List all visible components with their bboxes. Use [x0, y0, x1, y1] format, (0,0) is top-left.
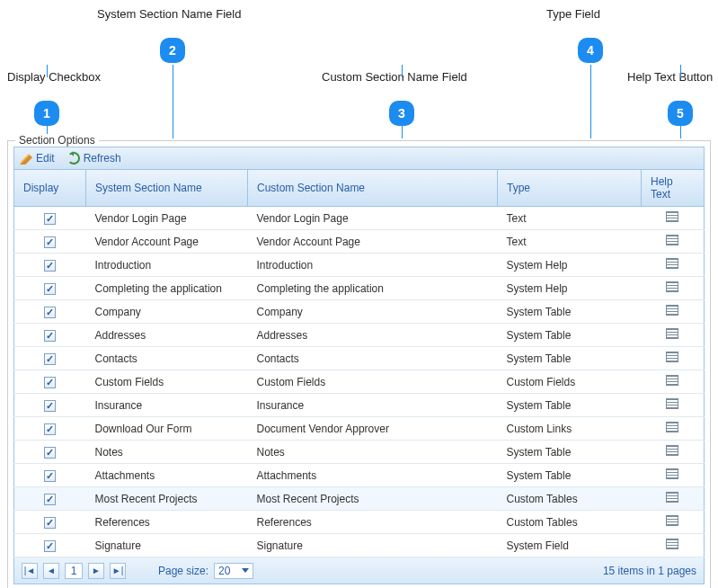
display-checkbox[interactable] — [44, 447, 56, 459]
display-checkbox[interactable] — [44, 307, 56, 318]
pager-next-button[interactable]: ► — [88, 563, 104, 579]
display-checkbox[interactable] — [44, 236, 56, 248]
custom-section-name: Insurance — [248, 394, 498, 417]
type-cell: Text — [498, 230, 642, 254]
help-text-button[interactable] — [666, 398, 678, 409]
help-text-button[interactable] — [666, 235, 678, 245]
table-row[interactable]: Custom FieldsCustom FieldsCustom Fields — [14, 370, 705, 394]
system-section-name: Introduction — [86, 254, 248, 277]
display-checkbox[interactable] — [44, 517, 56, 529]
table-row[interactable]: SignatureSignatureSystem Field — [14, 534, 705, 557]
section-options-fieldset: Section Options Edit Refresh Display Sys… — [7, 140, 711, 588]
edit-button[interactable]: Edit — [20, 152, 55, 165]
pager-first-button[interactable]: |◄ — [22, 563, 38, 579]
display-checkbox[interactable] — [44, 470, 56, 482]
callout-badge-2: 2 — [160, 38, 185, 63]
help-text-button[interactable] — [666, 211, 678, 222]
display-checkbox[interactable] — [44, 260, 56, 272]
col-header-type[interactable]: Type — [498, 170, 642, 207]
table-row[interactable]: Download Our FormDocument Vendor Approve… — [14, 417, 705, 441]
callout-badge-3: 3 — [389, 101, 414, 126]
help-text-button[interactable] — [666, 305, 678, 316]
display-checkbox[interactable] — [44, 330, 56, 342]
custom-section-name: Most Recent Projects — [248, 487, 498, 511]
page-size-select[interactable]: 20 — [214, 563, 253, 579]
type-cell: System Table — [498, 394, 642, 417]
refresh-icon — [67, 152, 80, 165]
custom-section-name: Vendor Account Page — [248, 230, 498, 254]
type-cell: System Table — [498, 464, 642, 487]
fieldset-legend: Section Options — [15, 134, 99, 147]
type-cell: System Table — [498, 347, 642, 370]
pager-prev-button[interactable]: ◄ — [43, 563, 59, 579]
type-cell: Custom Links — [498, 417, 642, 441]
custom-section-name: References — [248, 511, 498, 534]
custom-section-name: Document Vendor Approver — [248, 417, 498, 441]
custom-section-name: Addresses — [248, 324, 498, 347]
refresh-button[interactable]: Refresh — [67, 152, 121, 165]
type-cell: Custom Fields — [498, 370, 642, 394]
page-size-value: 20 — [218, 565, 230, 577]
display-checkbox[interactable] — [44, 400, 56, 412]
display-checkbox[interactable] — [44, 494, 56, 505]
type-cell: System Table — [498, 324, 642, 347]
help-text-button[interactable] — [666, 539, 678, 549]
type-cell: Text — [498, 207, 642, 230]
type-cell: System Table — [498, 300, 642, 324]
custom-section-name: Completing the application — [248, 277, 498, 300]
display-checkbox[interactable] — [44, 353, 56, 365]
custom-section-name: Signature — [248, 534, 498, 557]
display-checkbox[interactable] — [44, 283, 56, 295]
help-text-button[interactable] — [666, 468, 678, 479]
callout-label-4: Type Field — [546, 7, 600, 21]
table-row[interactable]: IntroductionIntroductionSystem Help — [14, 254, 705, 277]
callout-label-2: System Section Name Field — [97, 7, 241, 21]
table-row[interactable]: ContactsContactsSystem Table — [14, 347, 705, 370]
col-header-custom[interactable]: Custom Section Name — [248, 170, 498, 207]
help-text-button[interactable] — [666, 375, 678, 386]
system-section-name: Addresses — [86, 324, 248, 347]
table-row[interactable]: NotesNotesSystem Table — [14, 441, 705, 464]
section-options-grid: Display System Section Name Custom Secti… — [13, 170, 705, 557]
type-cell: System Help — [498, 254, 642, 277]
system-section-name: Contacts — [86, 347, 248, 370]
table-row[interactable]: Completing the applicationCompleting the… — [14, 277, 705, 300]
display-checkbox[interactable] — [44, 377, 56, 388]
display-checkbox[interactable] — [44, 540, 56, 552]
table-row[interactable]: Vendor Account PageVendor Account PageTe… — [14, 230, 705, 254]
display-checkbox[interactable] — [44, 423, 56, 435]
help-text-button[interactable] — [666, 445, 678, 456]
help-text-button[interactable] — [666, 422, 678, 432]
system-section-name: References — [86, 511, 248, 534]
type-cell: System Table — [498, 441, 642, 464]
col-header-help[interactable]: Help Text — [642, 170, 705, 207]
pager-summary: 15 items in 1 pages — [603, 565, 696, 577]
col-header-display[interactable]: Display — [14, 170, 86, 207]
display-checkbox[interactable] — [44, 213, 56, 225]
chevron-down-icon — [242, 568, 249, 573]
custom-section-name: Notes — [248, 441, 498, 464]
system-section-name: Attachments — [86, 464, 248, 487]
help-text-button[interactable] — [666, 352, 678, 362]
table-row[interactable]: InsuranceInsuranceSystem Table — [14, 394, 705, 417]
custom-section-name: Company — [248, 300, 498, 324]
table-row[interactable]: Most Recent ProjectsMost Recent Projects… — [14, 487, 705, 511]
pager-current-page[interactable]: 1 — [65, 563, 83, 579]
help-text-button[interactable] — [666, 281, 678, 292]
help-text-button[interactable] — [666, 258, 678, 269]
col-header-system[interactable]: System Section Name — [86, 170, 248, 207]
table-row[interactable]: Vendor Login PageVendor Login PageText — [14, 207, 705, 230]
type-cell: Custom Tables — [498, 487, 642, 511]
table-row[interactable]: CompanyCompanySystem Table — [14, 300, 705, 324]
type-cell: System Help — [498, 277, 642, 300]
help-text-button[interactable] — [666, 492, 678, 503]
pager-last-button[interactable]: ►| — [110, 563, 126, 579]
grid-toolbar: Edit Refresh — [13, 147, 705, 170]
system-section-name: Vendor Account Page — [86, 230, 248, 254]
help-text-button[interactable] — [666, 515, 678, 526]
help-text-button[interactable] — [666, 328, 678, 339]
table-row[interactable]: AttachmentsAttachmentsSystem Table — [14, 464, 705, 487]
table-row[interactable]: AddressesAddressesSystem Table — [14, 324, 705, 347]
table-row[interactable]: ReferencesReferencesCustom Tables — [14, 511, 705, 534]
custom-section-name: Attachments — [248, 464, 498, 487]
